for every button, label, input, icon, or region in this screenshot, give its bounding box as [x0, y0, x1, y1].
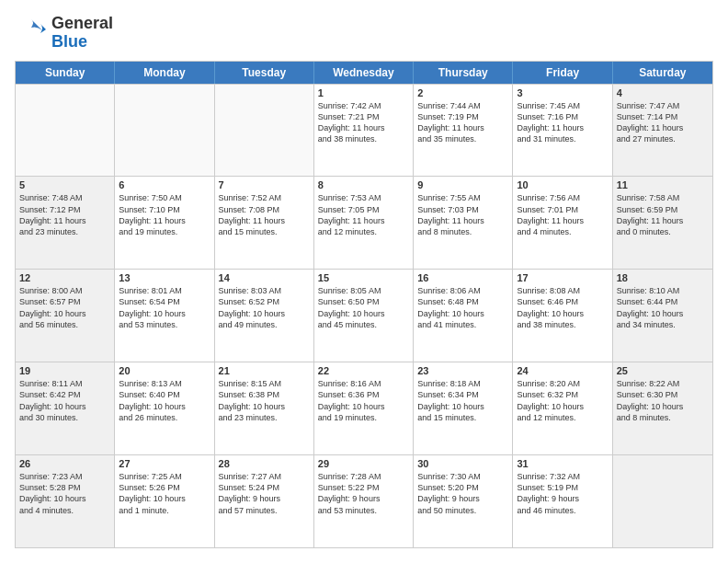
- header-day-thursday: Thursday: [414, 62, 513, 84]
- day-number: 30: [417, 458, 508, 469]
- day-number: 8: [318, 179, 409, 190]
- logo-blue-text: Blue: [51, 33, 113, 52]
- day-info: Sunrise: 7:56 AM Sunset: 7:01 PM Dayligh…: [517, 192, 608, 237]
- day-number: 11: [617, 179, 709, 190]
- calendar-day-20: 20Sunrise: 8:13 AM Sunset: 6:40 PM Dayli…: [115, 362, 214, 454]
- day-info: Sunrise: 8:03 AM Sunset: 6:52 PM Dayligh…: [219, 285, 310, 330]
- day-number: 1: [318, 87, 409, 98]
- day-info: Sunrise: 7:48 AM Sunset: 7:12 PM Dayligh…: [19, 192, 110, 237]
- calendar-day-27: 27Sunrise: 7:25 AM Sunset: 5:26 PM Dayli…: [115, 455, 214, 547]
- calendar-body: 1Sunrise: 7:42 AM Sunset: 7:21 PM Daylig…: [16, 84, 712, 547]
- calendar-week-3: 12Sunrise: 8:00 AM Sunset: 6:57 PM Dayli…: [16, 269, 712, 362]
- calendar-day-31: 31Sunrise: 7:32 AM Sunset: 5:19 PM Dayli…: [513, 455, 612, 547]
- calendar-day-1: 1Sunrise: 7:42 AM Sunset: 7:21 PM Daylig…: [314, 85, 414, 177]
- calendar-header: SundayMondayTuesdayWednesdayThursdayFrid…: [16, 62, 712, 84]
- day-info: Sunrise: 7:27 AM Sunset: 5:24 PM Dayligh…: [219, 471, 310, 516]
- calendar-day-4: 4Sunrise: 7:47 AM Sunset: 7:14 PM Daylig…: [613, 85, 712, 177]
- day-info: Sunrise: 8:10 AM Sunset: 6:44 PM Dayligh…: [617, 285, 709, 330]
- day-number: 10: [517, 179, 608, 190]
- day-info: Sunrise: 7:47 AM Sunset: 7:14 PM Dayligh…: [617, 100, 709, 145]
- day-number: 17: [517, 272, 608, 283]
- day-info: Sunrise: 7:45 AM Sunset: 7:16 PM Dayligh…: [517, 100, 608, 145]
- calendar-day-7: 7Sunrise: 7:52 AM Sunset: 7:08 PM Daylig…: [215, 177, 314, 269]
- day-number: 26: [19, 458, 110, 469]
- day-info: Sunrise: 8:08 AM Sunset: 6:46 PM Dayligh…: [517, 285, 608, 330]
- day-number: 19: [19, 365, 110, 376]
- calendar-day-21: 21Sunrise: 8:15 AM Sunset: 6:38 PM Dayli…: [215, 362, 314, 454]
- day-info: Sunrise: 7:32 AM Sunset: 5:19 PM Dayligh…: [517, 471, 608, 516]
- calendar-day-22: 22Sunrise: 8:16 AM Sunset: 6:36 PM Dayli…: [314, 362, 414, 454]
- day-number: 31: [517, 458, 608, 469]
- calendar-day-6: 6Sunrise: 7:50 AM Sunset: 7:10 PM Daylig…: [115, 177, 214, 269]
- day-info: Sunrise: 8:06 AM Sunset: 6:48 PM Dayligh…: [417, 285, 508, 330]
- calendar-day-28: 28Sunrise: 7:27 AM Sunset: 5:24 PM Dayli…: [215, 455, 314, 547]
- calendar-day-15: 15Sunrise: 8:05 AM Sunset: 6:50 PM Dayli…: [314, 270, 414, 362]
- page: General Blue SundayMondayTuesdayWednesda…: [0, 0, 728, 563]
- day-info: Sunrise: 7:42 AM Sunset: 7:21 PM Dayligh…: [318, 100, 409, 145]
- day-info: Sunrise: 7:25 AM Sunset: 5:26 PM Dayligh…: [119, 471, 210, 516]
- header-day-tuesday: Tuesday: [215, 62, 314, 84]
- day-number: 9: [417, 179, 508, 190]
- calendar-day-29: 29Sunrise: 7:28 AM Sunset: 5:22 PM Dayli…: [314, 455, 414, 547]
- day-number: 27: [119, 458, 210, 469]
- calendar-day-5: 5Sunrise: 7:48 AM Sunset: 7:12 PM Daylig…: [16, 177, 115, 269]
- day-number: 6: [119, 179, 210, 190]
- day-number: 3: [517, 87, 608, 98]
- calendar-day-26: 26Sunrise: 7:23 AM Sunset: 5:28 PM Dayli…: [16, 455, 115, 547]
- day-info: Sunrise: 7:30 AM Sunset: 5:20 PM Dayligh…: [417, 471, 508, 516]
- logo: General Blue: [15, 15, 113, 52]
- day-number: 13: [119, 272, 210, 283]
- calendar-day-2: 2Sunrise: 7:44 AM Sunset: 7:19 PM Daylig…: [414, 85, 513, 177]
- calendar-day-10: 10Sunrise: 7:56 AM Sunset: 7:01 PM Dayli…: [513, 177, 612, 269]
- header-day-friday: Friday: [513, 62, 612, 84]
- day-info: Sunrise: 8:22 AM Sunset: 6:30 PM Dayligh…: [617, 378, 709, 423]
- calendar-day-14: 14Sunrise: 8:03 AM Sunset: 6:52 PM Dayli…: [215, 270, 314, 362]
- day-info: Sunrise: 8:20 AM Sunset: 6:32 PM Dayligh…: [517, 378, 608, 423]
- day-number: 18: [617, 272, 709, 283]
- day-number: 24: [517, 365, 608, 376]
- day-info: Sunrise: 7:52 AM Sunset: 7:08 PM Dayligh…: [219, 192, 310, 237]
- day-number: 7: [219, 179, 310, 190]
- day-number: 5: [19, 179, 110, 190]
- day-number: 28: [219, 458, 310, 469]
- day-info: Sunrise: 8:16 AM Sunset: 6:36 PM Dayligh…: [318, 378, 409, 423]
- calendar-day-25: 25Sunrise: 8:22 AM Sunset: 6:30 PM Dayli…: [613, 362, 712, 454]
- day-info: Sunrise: 7:23 AM Sunset: 5:28 PM Dayligh…: [19, 471, 110, 516]
- calendar-week-5: 26Sunrise: 7:23 AM Sunset: 5:28 PM Dayli…: [16, 454, 712, 547]
- day-info: Sunrise: 7:44 AM Sunset: 7:19 PM Dayligh…: [417, 100, 508, 145]
- calendar: SundayMondayTuesdayWednesdayThursdayFrid…: [15, 61, 713, 548]
- calendar-day-3: 3Sunrise: 7:45 AM Sunset: 7:16 PM Daylig…: [513, 85, 612, 177]
- day-info: Sunrise: 7:58 AM Sunset: 6:59 PM Dayligh…: [617, 192, 709, 237]
- day-number: 2: [417, 87, 508, 98]
- calendar-day-16: 16Sunrise: 8:06 AM Sunset: 6:48 PM Dayli…: [414, 270, 513, 362]
- calendar-day-24: 24Sunrise: 8:20 AM Sunset: 6:32 PM Dayli…: [513, 362, 612, 454]
- calendar-empty-cell: [16, 85, 115, 177]
- calendar-day-8: 8Sunrise: 7:53 AM Sunset: 7:05 PM Daylig…: [314, 177, 414, 269]
- day-number: 23: [417, 365, 508, 376]
- day-info: Sunrise: 7:28 AM Sunset: 5:22 PM Dayligh…: [318, 471, 409, 516]
- logo-icon: [15, 17, 48, 50]
- day-number: 14: [219, 272, 310, 283]
- day-info: Sunrise: 8:13 AM Sunset: 6:40 PM Dayligh…: [119, 378, 210, 423]
- header-day-saturday: Saturday: [613, 62, 712, 84]
- calendar-day-23: 23Sunrise: 8:18 AM Sunset: 6:34 PM Dayli…: [414, 362, 513, 454]
- day-info: Sunrise: 7:55 AM Sunset: 7:03 PM Dayligh…: [417, 192, 508, 237]
- day-info: Sunrise: 8:11 AM Sunset: 6:42 PM Dayligh…: [19, 378, 110, 423]
- calendar-day-11: 11Sunrise: 7:58 AM Sunset: 6:59 PM Dayli…: [613, 177, 712, 269]
- day-number: 4: [617, 87, 709, 98]
- day-number: 16: [417, 272, 508, 283]
- day-number: 12: [19, 272, 110, 283]
- header-day-wednesday: Wednesday: [314, 62, 414, 84]
- day-info: Sunrise: 7:53 AM Sunset: 7:05 PM Dayligh…: [318, 192, 409, 237]
- calendar-week-2: 5Sunrise: 7:48 AM Sunset: 7:12 PM Daylig…: [16, 176, 712, 269]
- day-number: 15: [318, 272, 409, 283]
- calendar-day-18: 18Sunrise: 8:10 AM Sunset: 6:44 PM Dayli…: [613, 270, 712, 362]
- calendar-day-9: 9Sunrise: 7:55 AM Sunset: 7:03 PM Daylig…: [414, 177, 513, 269]
- day-number: 25: [617, 365, 709, 376]
- calendar-day-17: 17Sunrise: 8:08 AM Sunset: 6:46 PM Dayli…: [513, 270, 612, 362]
- day-info: Sunrise: 8:05 AM Sunset: 6:50 PM Dayligh…: [318, 285, 409, 330]
- calendar-day-19: 19Sunrise: 8:11 AM Sunset: 6:42 PM Dayli…: [16, 362, 115, 454]
- day-info: Sunrise: 8:18 AM Sunset: 6:34 PM Dayligh…: [417, 378, 508, 423]
- logo-text: General Blue: [51, 15, 113, 52]
- day-number: 29: [318, 458, 409, 469]
